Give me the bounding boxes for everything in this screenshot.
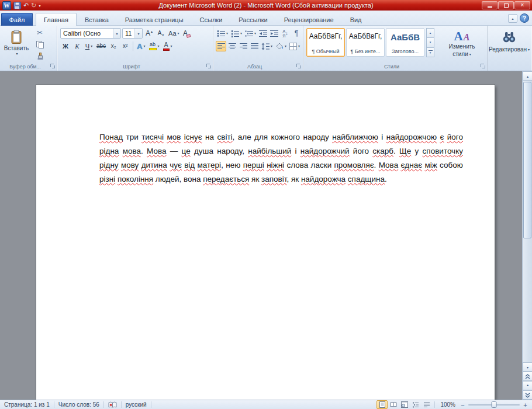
decrease-indent-button[interactable] xyxy=(258,28,268,39)
justify-button[interactable] xyxy=(249,41,260,51)
save-button[interactable] xyxy=(13,2,21,9)
grow-font-button[interactable]: А▴ xyxy=(144,28,154,39)
sort-button[interactable]: АЯ ↓ xyxy=(280,28,291,39)
minimize-ribbon-button[interactable]: ▴ xyxy=(508,14,517,23)
font-dialog-launcher[interactable] xyxy=(206,63,212,69)
shading-button[interactable]: ▾ xyxy=(274,41,288,51)
next-page-button[interactable] xyxy=(523,390,532,400)
draft-view-button[interactable] xyxy=(421,400,432,409)
style-heading1[interactable]: АаБбВ Заголово... xyxy=(386,28,424,57)
font-size-caret-icon[interactable]: ▾ xyxy=(134,29,142,38)
misspelled-word: найбільший xyxy=(248,147,291,155)
scroll-down-button[interactable]: ▾ xyxy=(523,362,532,372)
tab-view[interactable]: Вид xyxy=(342,13,370,26)
copy-button[interactable] xyxy=(33,39,46,50)
outline-view-button[interactable] xyxy=(410,400,421,409)
strikethrough-button[interactable]: abc xyxy=(95,41,107,51)
italic-button[interactable]: К xyxy=(72,41,82,51)
editing-button[interactable]: Редактирован▾ xyxy=(490,29,528,62)
align-left-button[interactable] xyxy=(216,41,226,51)
text-run: собою xyxy=(437,161,463,169)
select-browse-object-button[interactable]: • xyxy=(523,381,532,390)
highlight-button[interactable]: ab▾ xyxy=(148,41,161,51)
maximize-button[interactable] xyxy=(498,1,514,9)
text-run: і xyxy=(378,133,386,141)
change-styles-button[interactable]: А А Изменить стили▾ xyxy=(438,27,485,64)
minimize-icon xyxy=(488,6,492,8)
spell-check-indicator[interactable] xyxy=(104,400,121,409)
zoom-in-button[interactable]: + xyxy=(521,400,530,409)
styles-more-button[interactable]: ▾ xyxy=(426,47,434,57)
numbering-button[interactable]: ▾ xyxy=(230,28,243,39)
borders-button[interactable]: ▾ xyxy=(288,41,301,51)
web-layout-view-button[interactable] xyxy=(399,400,410,409)
minimize-button[interactable] xyxy=(482,1,498,9)
bold-button[interactable]: Ж xyxy=(60,41,71,51)
change-case-button[interactable]: Аа▾ xyxy=(167,28,181,39)
cut-button[interactable]: ✂ xyxy=(33,27,46,38)
format-painter-button[interactable] xyxy=(33,51,46,61)
document-text[interactable]: Понад три тисячі мов існує на світі, але… xyxy=(99,130,463,186)
paragraph-dialog-launcher[interactable] xyxy=(296,63,302,69)
help-button[interactable]: ? xyxy=(520,13,529,23)
show-marks-button[interactable]: ¶ xyxy=(291,28,302,39)
full-screen-view-button[interactable] xyxy=(388,400,399,409)
font-name-caret-icon[interactable]: ▾ xyxy=(113,29,120,38)
document-line[interactable]: різні покоління людей, вона передається … xyxy=(99,172,463,186)
zoom-level[interactable]: 100% xyxy=(437,401,458,408)
document-line[interactable]: Понад три тисячі мов існує на світі, але… xyxy=(99,130,463,144)
line-spacing-button[interactable]: ▾ xyxy=(260,41,274,51)
tab-mailings[interactable]: Рассылки xyxy=(230,13,275,26)
multilevel-list-button[interactable]: ▾ xyxy=(244,28,257,39)
vertical-scrollbar[interactable]: ▴ ▾ • xyxy=(522,71,532,400)
styles-scroll-down-button[interactable]: ▾ xyxy=(426,37,434,47)
tab-home[interactable]: Главная xyxy=(36,13,77,26)
shrink-font-button[interactable]: А▾ xyxy=(156,28,166,39)
previous-page-button[interactable] xyxy=(523,372,532,381)
font-name-combo[interactable]: Calibri (Осно ▾ xyxy=(60,28,121,39)
clipboard-dialog-launcher[interactable] xyxy=(50,63,56,69)
superscript-button[interactable]: x² xyxy=(120,41,130,51)
style-no-spacing[interactable]: АаБбВвГг, ¶ Без инте... xyxy=(346,28,385,57)
tab-file[interactable]: Файл xyxy=(1,13,33,26)
tab-review[interactable]: Рецензирование xyxy=(276,13,342,26)
zoom-out-button[interactable]: − xyxy=(458,400,467,409)
style-normal[interactable]: АаБбВвГг, ¶ Обычный xyxy=(306,28,345,57)
word-count[interactable]: Число слов: 56 xyxy=(54,400,103,409)
font-size-combo[interactable]: 11 ▾ xyxy=(122,28,143,39)
clear-formatting-button[interactable]: А xyxy=(182,28,192,39)
page-indicator[interactable]: Страница: 1 из 1 xyxy=(0,400,54,409)
misspelled-word: Понад xyxy=(99,133,123,141)
paste-button[interactable]: Вставить ▾ xyxy=(3,27,30,63)
scrollbar-thumb[interactable] xyxy=(523,82,531,238)
misspelled-word: Ще xyxy=(399,147,411,155)
zoom-slider[interactable] xyxy=(468,400,520,409)
undo-button[interactable]: ↶ xyxy=(23,2,29,9)
close-button[interactable]: × xyxy=(514,1,530,9)
text-effects-caret-icon: ▾ xyxy=(144,44,146,48)
tab-insert[interactable]: Вставка xyxy=(77,13,117,26)
qat-customize-button[interactable]: ▾ xyxy=(39,4,40,8)
styles-dialog-launcher[interactable] xyxy=(480,63,486,69)
tab-page-layout[interactable]: Разметка страницы xyxy=(117,13,192,26)
align-center-button[interactable] xyxy=(227,41,237,51)
repeat-button[interactable]: ↻ xyxy=(31,2,36,9)
font-color-button[interactable]: А▾ xyxy=(162,41,174,51)
underline-button[interactable]: Ч▾ xyxy=(84,41,94,51)
text-effects-button[interactable]: А▾ xyxy=(136,41,146,51)
align-right-button[interactable] xyxy=(238,41,248,51)
styles-scroll-up-button[interactable]: ▴ xyxy=(426,28,434,38)
language-indicator[interactable]: русский xyxy=(122,400,151,409)
scroll-up-button[interactable]: ▴ xyxy=(523,71,532,81)
document-line[interactable]: рідна мова. Мова — це душа народу, найбі… xyxy=(99,144,463,158)
print-layout-view-button[interactable] xyxy=(376,400,388,409)
tab-references[interactable]: Ссылки xyxy=(192,13,231,26)
zoom-thumb[interactable] xyxy=(492,401,497,408)
increase-indent-button[interactable] xyxy=(269,28,279,39)
document-page[interactable]: Понад три тисячі мов існує на світі, але… xyxy=(36,85,495,400)
text-run: , але для кожного народу xyxy=(233,133,333,141)
word-logo-icon[interactable]: W xyxy=(2,1,11,10)
document-line[interactable]: рідну мову дитина чує від матері, нею пе… xyxy=(99,158,463,172)
bullets-button[interactable]: ▾ xyxy=(216,28,229,39)
subscript-button[interactable]: x₂ xyxy=(108,41,119,51)
